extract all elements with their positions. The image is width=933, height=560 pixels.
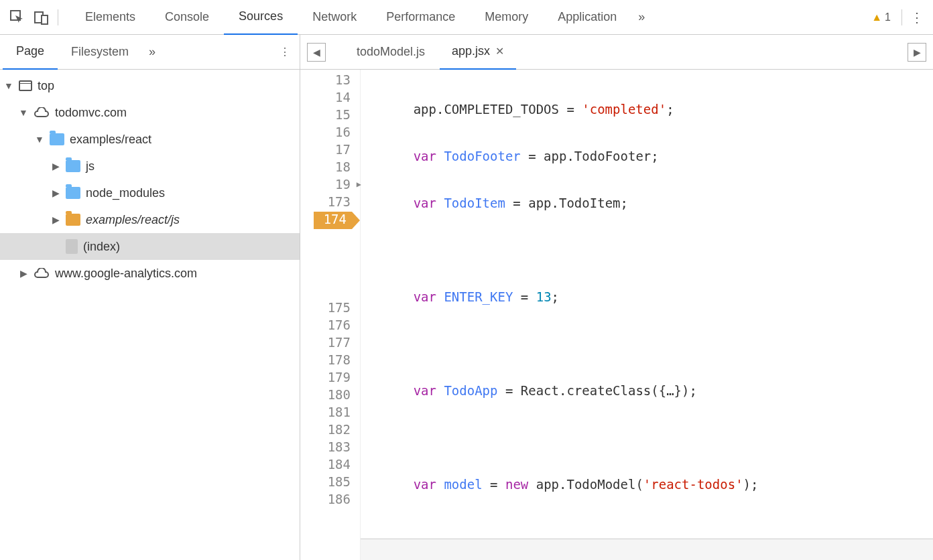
chevron-right-icon: ▶ — [51, 188, 60, 198]
tree-label: www.google-analytics.com — [55, 267, 197, 281]
main-split: Page Filesystem » ⋮ ▼ top ▼ todomvc.com … — [0, 35, 933, 560]
tree-label: examples/react/js — [86, 213, 180, 227]
tree-top[interactable]: ▼ top — [0, 72, 300, 99]
navigator-tab-filesystem[interactable]: Filesystem — [58, 35, 142, 70]
tab-network[interactable]: Network — [298, 0, 371, 35]
tab-application[interactable]: Application — [543, 0, 631, 35]
tree-domain[interactable]: ▶ www.google-analytics.com — [0, 260, 300, 287]
gutter-line[interactable]: 17 — [300, 142, 360, 159]
separator — [901, 9, 902, 25]
tree-label: top — [38, 79, 54, 93]
tab-memory[interactable]: Memory — [470, 0, 543, 35]
folder-icon — [50, 133, 64, 145]
svg-rect-2 — [42, 15, 48, 24]
frame-icon — [19, 80, 32, 91]
editor-tab-active[interactable]: app.jsx ✕ — [440, 35, 516, 70]
gutter-line[interactable]: 15 — [300, 107, 360, 125]
nav-back-icon[interactable]: ◀ — [307, 43, 326, 62]
chevron-right-icon: ▶ — [51, 161, 60, 171]
fold-icon[interactable]: ▶ — [357, 180, 361, 189]
tab-console[interactable]: Console — [150, 0, 224, 35]
file-tree: ▼ top ▼ todomvc.com ▼ examples/react ▶ j… — [0, 70, 300, 289]
chevron-right-icon: ▶ — [51, 214, 60, 225]
chevron-down-icon: ▼ — [19, 107, 28, 118]
gutter-line[interactable]: 181 — [300, 405, 360, 422]
device-toggle-icon[interactable] — [29, 5, 54, 29]
navigator-tabs-overflow[interactable]: » — [142, 35, 162, 70]
code-body[interactable]: app.COMPLETED_TODOS = 'completed'; var T… — [361, 70, 933, 560]
gutter-line[interactable]: 13 — [300, 72, 360, 90]
tree-folder[interactable]: ▼ examples/react — [0, 126, 300, 153]
editor-pane: ◀ todoModel.js app.jsx ✕ ▶ 13 14 15 16 1… — [300, 35, 933, 560]
code-editor[interactable]: 13 14 15 16 17 18 19▶ 173 174 175 176 17… — [300, 70, 933, 560]
tab-performance[interactable]: Performance — [371, 0, 470, 35]
navigator-tabs: Page Filesystem » ⋮ — [0, 35, 300, 70]
navigator-tab-page[interactable]: Page — [3, 35, 58, 70]
file-icon — [66, 239, 78, 254]
settings-kebab-icon[interactable]: ⋮ — [906, 9, 928, 25]
gutter-line-foldable[interactable]: 19▶ — [300, 177, 360, 194]
tree-label: node_modules — [86, 186, 165, 200]
tree-file-selected[interactable]: (index) — [0, 233, 300, 260]
warning-badge[interactable]: ▲ 1 — [865, 11, 897, 23]
gutter-line[interactable]: 179 — [300, 370, 360, 387]
gutter[interactable]: 13 14 15 16 17 18 19▶ 173 174 175 176 17… — [300, 70, 361, 560]
folder-icon — [66, 160, 80, 172]
gutter-line[interactable]: 16 — [300, 125, 360, 142]
panel-tabs: Elements Console Sources Network Perform… — [70, 0, 865, 35]
inspect-icon[interactable] — [5, 5, 29, 29]
gutter-line[interactable]: 184 — [300, 457, 360, 474]
gutter-line[interactable]: 185 — [300, 474, 360, 492]
gutter-line[interactable]: 180 — [300, 387, 360, 405]
folder-icon — [66, 214, 80, 226]
gutter-line[interactable]: 14 — [300, 90, 360, 107]
editor-tab[interactable]: todoModel.js — [345, 35, 437, 70]
tree-folder[interactable]: ▶ examples/react/js — [0, 206, 300, 233]
tabs-overflow[interactable]: » — [631, 0, 651, 35]
gutter-line[interactable]: 186 — [300, 492, 360, 509]
gutter-line[interactable]: 18 — [300, 159, 360, 177]
logpoint-widget: Line 174: Logpoint ▼ {TodoApp} — [361, 539, 933, 560]
tab-label: app.jsx — [452, 44, 490, 58]
warning-icon: ▲ — [871, 11, 882, 23]
chevron-down-icon: ▼ — [35, 134, 44, 145]
gutter-line[interactable]: 173 — [300, 194, 360, 212]
tree-label: examples/react — [70, 133, 151, 147]
navigator-sidebar: Page Filesystem » ⋮ ▼ top ▼ todomvc.com … — [0, 35, 300, 560]
tree-domain[interactable]: ▼ todomvc.com — [0, 99, 300, 126]
cloud-icon — [34, 268, 50, 279]
tab-elements[interactable]: Elements — [70, 0, 150, 35]
separator — [58, 9, 58, 25]
chevron-down-icon: ▼ — [4, 80, 13, 91]
tree-label: js — [86, 159, 95, 173]
gutter-line[interactable]: 177 — [300, 335, 360, 352]
navigator-kebab-icon[interactable]: ⋮ — [273, 46, 297, 58]
gutter-line[interactable]: 182 — [300, 422, 360, 439]
tab-sources[interactable]: Sources — [224, 0, 298, 35]
folder-icon — [66, 187, 80, 199]
warning-count: 1 — [885, 11, 891, 23]
gutter-line[interactable]: 183 — [300, 439, 360, 457]
close-icon[interactable]: ✕ — [495, 45, 504, 58]
tab-label: todoModel.js — [357, 45, 425, 59]
devtools-toolbar: Elements Console Sources Network Perform… — [0, 0, 933, 35]
nav-forward-icon[interactable]: ▶ — [908, 43, 926, 62]
cloud-icon — [34, 107, 50, 118]
tree-label: todomvc.com — [55, 106, 127, 120]
chevron-right-icon: ▶ — [19, 268, 28, 279]
gutter-breakpoint[interactable]: 174 — [314, 212, 360, 229]
tree-folder[interactable]: ▶ node_modules — [0, 180, 300, 206]
tree-label: (index) — [83, 240, 120, 254]
editor-tabs: ◀ todoModel.js app.jsx ✕ ▶ — [300, 35, 933, 70]
gutter-line[interactable]: 178 — [300, 352, 360, 370]
gutter-line[interactable]: 175 — [300, 300, 360, 318]
tree-folder[interactable]: ▶ js — [0, 153, 300, 180]
gutter-line[interactable]: 176 — [300, 318, 360, 335]
